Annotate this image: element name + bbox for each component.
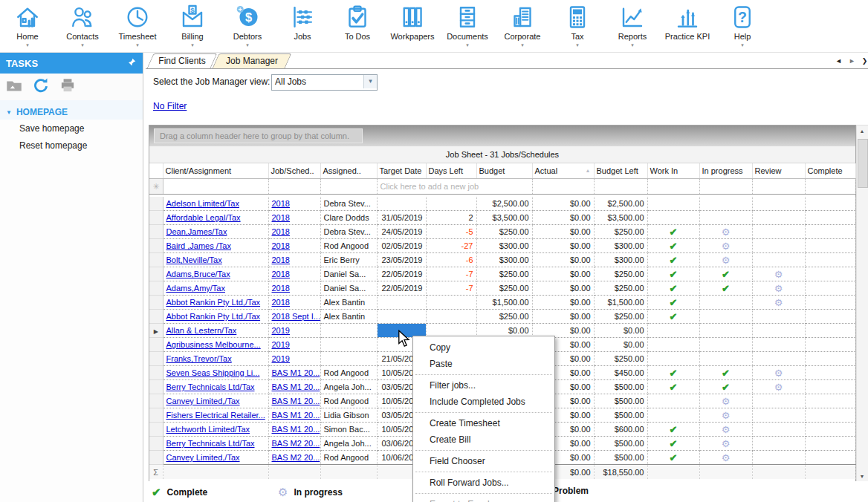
cell-inprogress[interactable] [699, 324, 752, 338]
cell-days-left[interactable] [426, 296, 476, 310]
toolbar-item-practice-kpi[interactable]: Practice KPI [660, 2, 715, 48]
client-link[interactable]: Seven Seas Shipping Li... [166, 368, 260, 377]
cell-complete[interactable] [805, 380, 855, 394]
tab-job-manager[interactable]: Job Manager [216, 53, 288, 68]
cell-workin[interactable] [647, 197, 699, 211]
cell-review[interactable] [752, 197, 805, 211]
cell-target-date[interactable]: 22/05/2019 [377, 267, 426, 281]
pin-icon[interactable] [127, 57, 137, 69]
cell-inprogress[interactable]: ✔ [699, 380, 752, 394]
cell-budget-left[interactable]: $2,500.00 [594, 197, 647, 211]
cell-complete[interactable] [805, 352, 855, 366]
column-header-work-in[interactable]: Work In [647, 163, 699, 179]
cell-review[interactable] [752, 352, 805, 366]
cell-assigned[interactable]: Rod Angood [320, 394, 377, 408]
cell-empty[interactable] [594, 179, 647, 195]
cell-budget-left[interactable]: $500.00 [594, 394, 647, 408]
tab-scroll-right-button[interactable]: ► [849, 56, 855, 65]
cell-empty[interactable] [805, 179, 855, 195]
add-new-job-hint[interactable]: Click here to add a new job [377, 179, 532, 195]
row-selector[interactable] [149, 225, 163, 239]
client-link[interactable]: Allan & Lestern/Tax [166, 326, 237, 335]
cell-inprogress[interactable]: ✔ [699, 281, 752, 296]
cell-budget-left[interactable]: $0.00 [594, 324, 647, 338]
job-link[interactable]: BAS M2 20... [272, 439, 320, 448]
toolbar-item-home[interactable]: Home▾ [0, 2, 55, 48]
cell-budget-left[interactable]: $500.00 [594, 380, 647, 394]
client-link[interactable]: Adelson Limited/Tax [166, 199, 239, 208]
context-menu-item-copy[interactable]: Copy [413, 339, 554, 356]
column-header-job-sched[interactable]: Job/Sched.. [268, 163, 320, 179]
cell-days-left[interactable] [426, 197, 476, 211]
column-header-review[interactable]: Review [752, 163, 805, 179]
cell-review[interactable] [752, 451, 805, 465]
row-selector[interactable]: ▶ [149, 324, 163, 338]
cell-complete[interactable] [805, 310, 855, 324]
cell-review[interactable] [752, 253, 805, 267]
context-menu-item-filter-jobs[interactable]: Filter jobs... [413, 377, 554, 394]
cell-days-left[interactable]: -5 [426, 225, 476, 239]
cell-review[interactable]: ⚙ [752, 366, 805, 380]
cell-budget-left[interactable]: $450.00 [594, 366, 647, 380]
print-icon[interactable] [58, 76, 77, 98]
cell-complete[interactable] [805, 338, 855, 352]
cell-actual[interactable]: $0.00 [532, 197, 594, 211]
job-link[interactable]: 2019 [272, 340, 290, 349]
cell-assigned[interactable]: Clare Dodds [320, 211, 377, 225]
toolbar-item-help[interactable]: ?Help▾ [715, 2, 770, 48]
cell-review[interactable] [752, 394, 805, 408]
cell-assigned[interactable]: Debra Stev... [320, 197, 377, 211]
job-link[interactable]: 2018 [272, 270, 290, 278]
cell-complete[interactable] [805, 239, 855, 253]
cell-budget[interactable]: $1,500.00 [476, 296, 532, 310]
column-header-in-progress[interactable]: In progress [699, 163, 752, 179]
toolbar-item-tax[interactable]: Tax▾ [550, 2, 605, 48]
cell-review[interactable] [752, 423, 805, 437]
toolbar-item-reports[interactable]: Reports▾ [605, 2, 660, 48]
cell-actual[interactable]: $0.00 [532, 211, 594, 225]
toolbar-item-debtors[interactable]: $+Debtors▾ [220, 2, 275, 48]
cell-empty[interactable] [647, 179, 699, 195]
cell-complete[interactable] [805, 408, 855, 423]
cell-empty[interactable] [163, 179, 268, 195]
row-selector[interactable] [149, 296, 163, 310]
row-selector[interactable] [149, 380, 163, 394]
context-menu-item-paste[interactable]: Paste [413, 356, 554, 372]
row-selector[interactable] [149, 451, 163, 465]
row-selector[interactable] [149, 253, 163, 267]
cell-workin[interactable] [647, 338, 699, 352]
cell-assigned[interactable]: Alex Bantin [320, 296, 377, 310]
cell-workin[interactable]: ✔ [647, 310, 699, 324]
cell-review[interactable]: ⚙ [752, 380, 805, 394]
cell-budget-left[interactable]: $300.00 [594, 239, 647, 253]
cell-target-date[interactable] [377, 197, 426, 211]
cell-inprogress[interactable] [699, 352, 752, 366]
cell-inprogress[interactable]: ✔ [699, 366, 752, 380]
row-selector[interactable] [149, 408, 163, 423]
cell-actual[interactable]: $0.00 [532, 239, 594, 253]
row-selector[interactable] [149, 267, 163, 281]
cell-budget-left[interactable]: $250.00 [594, 281, 647, 296]
toolbar-item-contacts[interactable]: Contacts▾ [55, 2, 110, 48]
cell-workin[interactable]: ✔ [647, 296, 699, 310]
cell-budget[interactable]: $3,500.00 [476, 211, 532, 225]
client-link[interactable]: Franks,Trevor/Tax [166, 354, 232, 363]
toolbar-item-timesheet[interactable]: Timesheet▾ [110, 2, 165, 48]
job-link[interactable]: 2018 [272, 227, 290, 236]
cell-target-date[interactable]: 31/05/2019 [377, 211, 426, 225]
cell-workin[interactable] [647, 324, 699, 338]
client-link[interactable]: Agribusiness Melbourne... [166, 340, 261, 349]
cell-assigned[interactable]: Daniel Sa... [320, 281, 377, 296]
cell-actual[interactable]: $0.00 [532, 267, 594, 281]
cell-budget-left[interactable]: $3,500.00 [594, 211, 647, 225]
job-link[interactable]: 2018 [272, 284, 290, 293]
cell-days-left[interactable]: -7 [426, 267, 476, 281]
client-link[interactable]: Baird ,James /Tax [166, 241, 231, 250]
cell-assigned[interactable]: Rod Angood [320, 239, 377, 253]
cell-workin[interactable]: ✔ [647, 239, 699, 253]
cell-budget-left[interactable]: $500.00 [594, 408, 647, 423]
client-link[interactable]: Adams,Bruce/Tax [166, 270, 230, 278]
column-header-selector[interactable] [149, 163, 163, 179]
add-new-job-row[interactable]: ✳Click here to add a new job [149, 179, 855, 195]
scroll-thumb[interactable] [858, 139, 868, 188]
